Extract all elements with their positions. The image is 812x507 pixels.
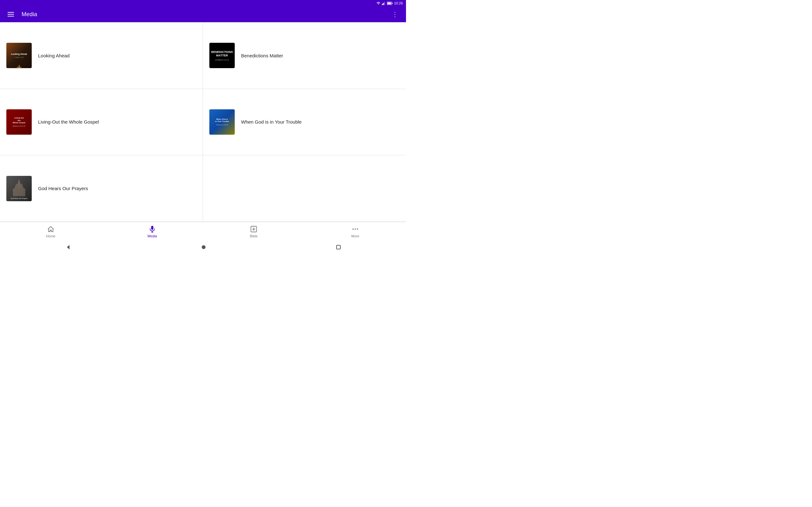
svg-rect-0: [382, 4, 383, 5]
media-grid: Looking Ahead 1 Peter 1:3-5 Looking Ahea…: [0, 22, 406, 222]
svg-point-13: [352, 228, 354, 230]
media-item-title: Living-Out the Whole Gospel: [38, 118, 99, 125]
more-options-button[interactable]: ⋮: [389, 8, 401, 20]
media-item-title: God Hears Our Prayers: [38, 185, 88, 192]
recents-button[interactable]: [336, 245, 341, 249]
thumb-living-out-verse: Matthew 28:19-20: [13, 125, 26, 127]
thumb-god-hears-title: God Hears Our Prayers: [7, 198, 31, 200]
bottom-nav: Home Media Bible: [0, 222, 406, 241]
more-dots-icon: [351, 225, 359, 233]
nav-item-home[interactable]: Home: [0, 223, 101, 240]
back-button[interactable]: [65, 244, 71, 250]
app-title: Media: [21, 11, 389, 18]
nav-item-more[interactable]: More: [305, 223, 406, 240]
benedictions-thumbnail: BENEDICTIONSMATTER NUMBERS 6:22-26: [209, 43, 235, 68]
nav-item-bible[interactable]: Bible: [203, 223, 305, 240]
signal-icon: [382, 1, 386, 5]
thumb-when-god-verse: Romans 8:28-39: [216, 124, 228, 126]
thumb-benedictions-sub: NUMBERS 6:22-26: [215, 59, 229, 61]
media-item-title: When God is in Your Trouble: [241, 118, 302, 125]
media-item-title: Looking Ahead: [38, 52, 69, 59]
bible-icon: [250, 225, 258, 233]
thumb-looking-ahead-verse: 1 Peter 1:3-5: [14, 56, 24, 58]
list-item[interactable]: God Hears Our Prayers God Hears Our Pray…: [0, 155, 203, 222]
list-item[interactable]: When God isin Your Trouble Romans 8:28-3…: [203, 89, 406, 156]
nav-label-media: Media: [148, 234, 157, 238]
thumb-living-out-title: Living-OuttheWhole Gospel: [13, 117, 26, 124]
system-nav: [0, 241, 406, 253]
status-time: 10:26: [394, 1, 403, 5]
empty-cell: [203, 155, 406, 222]
hand-silhouette-icon: [11, 178, 27, 199]
svg-rect-1: [383, 3, 384, 5]
home-system-button[interactable]: [201, 245, 206, 249]
svg-point-17: [202, 245, 206, 249]
list-item[interactable]: Looking Ahead 1 Peter 1:3-5 Looking Ahea…: [0, 22, 203, 89]
nav-label-more: More: [351, 234, 359, 238]
thumb-looking-ahead-title: Looking Ahead: [11, 53, 27, 55]
home-icon: [47, 225, 55, 233]
media-mic-icon: [148, 225, 156, 233]
app-bar: Media ⋮: [0, 6, 406, 22]
god-hears-thumbnail: God Hears Our Prayers: [6, 176, 32, 201]
nav-label-home: Home: [46, 234, 55, 238]
svg-rect-18: [337, 245, 340, 249]
menu-button[interactable]: [5, 9, 16, 19]
nav-label-bible: Bible: [250, 234, 258, 238]
battery-icon: [387, 2, 393, 5]
svg-rect-4: [392, 3, 393, 4]
media-item-title: Benedictions Matter: [241, 52, 283, 59]
status-icons: 10:26: [376, 1, 403, 5]
svg-rect-5: [388, 2, 391, 4]
looking-ahead-thumbnail: Looking Ahead 1 Peter 1:3-5: [6, 43, 32, 68]
wifi-icon: [376, 1, 380, 5]
svg-marker-16: [67, 245, 69, 249]
list-item[interactable]: Living-OuttheWhole Gospel Matthew 28:19-…: [0, 89, 203, 156]
svg-point-14: [355, 228, 356, 230]
nav-item-media[interactable]: Media: [101, 223, 203, 240]
living-out-thumbnail: Living-OuttheWhole Gospel Matthew 28:19-…: [6, 109, 32, 135]
status-bar: 10:26: [0, 0, 406, 6]
svg-point-15: [357, 228, 358, 230]
thumb-benedictions-title: BENEDICTIONSMATTER: [211, 50, 233, 58]
svg-rect-2: [384, 2, 385, 5]
thumb-when-god-title: When God isin Your Trouble: [215, 118, 229, 123]
list-item[interactable]: BENEDICTIONSMATTER NUMBERS 6:22-26 Bened…: [203, 22, 406, 89]
svg-rect-7: [151, 226, 153, 230]
when-god-thumbnail: When God isin Your Trouble Romans 8:28-3…: [209, 109, 235, 135]
